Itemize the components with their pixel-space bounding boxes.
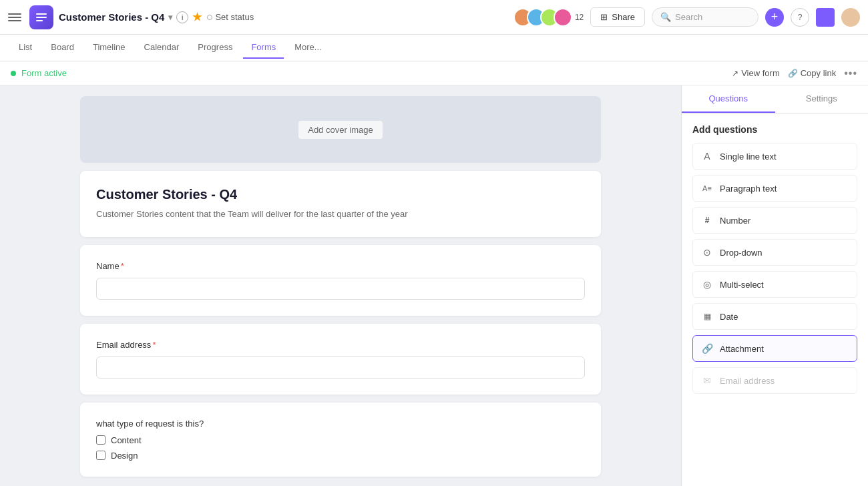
add-button[interactable]: + (765, 8, 784, 27)
single-line-text-icon: A (701, 150, 713, 162)
main-layout: Add cover image Customer Stories - Q4 Cu… (0, 85, 868, 486)
tab-board[interactable]: Board (43, 37, 82, 59)
question-type-drop-down[interactable]: ⊙ Drop-down (692, 239, 857, 266)
form-area: Add cover image Customer Stories - Q4 Cu… (0, 85, 681, 486)
top-nav: Customer Stories - Q4 ▾ i ★ Set status 1… (0, 0, 868, 35)
link-icon: 🔗 (788, 69, 798, 78)
name-field-label: Name * (96, 261, 585, 271)
email-field-label: Email address * (96, 340, 585, 350)
drop-down-icon: ⊙ (701, 246, 713, 258)
name-field-card: Name * (80, 245, 601, 316)
avatar (554, 8, 572, 27)
tab-more[interactable]: More... (286, 37, 329, 59)
add-cover-image-button[interactable]: Add cover image (298, 121, 383, 139)
question-type-email-address[interactable]: ✉ Email address (692, 367, 857, 394)
email-address-icon: ✉ (701, 375, 713, 387)
tab-questions[interactable]: Questions (682, 85, 775, 113)
search-label: Search (675, 12, 702, 22)
external-link-icon: ↗ (732, 69, 738, 78)
panel-tabs: Questions Settings (682, 85, 868, 113)
more-options-icon[interactable]: ••• (844, 67, 857, 79)
checkbox-content[interactable]: Content (96, 435, 585, 445)
search-box[interactable]: 🔍 Search (652, 7, 758, 27)
help-button[interactable]: ? (791, 8, 809, 27)
project-title: Customer Stories - Q4 ▾ i ★ (59, 11, 202, 23)
question-type-attachment[interactable]: 🔗 Attachment (692, 335, 857, 362)
form-title: Customer Stories - Q4 (96, 187, 585, 202)
right-panel: Questions Settings Add questions A Singl… (681, 85, 868, 486)
panel-content: Add questions A Single line text A≡ Para… (682, 113, 868, 410)
paragraph-text-icon: A≡ (701, 182, 713, 194)
form-active-label: Form active (21, 68, 67, 78)
checkbox-design[interactable]: Design (96, 451, 585, 461)
info-icon[interactable]: i (176, 11, 188, 23)
star-icon[interactable]: ★ (192, 11, 202, 23)
set-status-button[interactable]: Set status (207, 12, 254, 22)
status-bar: Form active ↗ View form 🔗 Copy link ••• (0, 61, 868, 85)
tab-timeline[interactable]: Timeline (85, 37, 134, 59)
nav-right: 12 ⊞ Share 🔍 Search + ? (513, 7, 860, 27)
question-type-paragraph-text[interactable]: A≡ Paragraph text (692, 175, 857, 202)
required-star: * (121, 261, 124, 271)
email-field-card: Email address * (80, 324, 601, 395)
request-type-field-card: what type of request is this? Content De… (80, 403, 601, 477)
copy-link-button[interactable]: 🔗 Copy link (788, 68, 836, 78)
tab-bar: List Board Timeline Calendar Progress Fo… (0, 35, 868, 61)
required-star: * (152, 340, 156, 350)
share-icon: ⊞ (600, 12, 608, 22)
multi-select-icon: ◎ (701, 278, 713, 290)
form-description: Customer Stories content that the Team w… (96, 208, 585, 221)
tab-forms[interactable]: Forms (243, 37, 284, 59)
user-avatar[interactable] (841, 8, 860, 27)
cover-area: Add cover image (80, 96, 601, 163)
status-bar-right: ↗ View form 🔗 Copy link ••• (732, 67, 857, 79)
chevron-down-icon[interactable]: ▾ (168, 13, 172, 22)
add-questions-title: Add questions (692, 124, 857, 135)
avatar-count: 12 (575, 13, 584, 22)
status-circle-icon (207, 15, 212, 20)
tab-calendar[interactable]: Calendar (136, 37, 188, 59)
share-button[interactable]: ⊞ Share (590, 7, 645, 27)
notification-button[interactable] (816, 8, 835, 27)
tab-settings[interactable]: Settings (775, 85, 869, 113)
form-title-card: Customer Stories - Q4 Customer Stories c… (80, 171, 601, 237)
number-icon: # (701, 214, 713, 226)
date-icon: ▦ (701, 310, 713, 322)
view-form-link[interactable]: ↗ View form (732, 68, 780, 78)
question-type-multi-select[interactable]: ◎ Multi-select (692, 271, 857, 298)
avatars-group: 12 (513, 8, 584, 27)
checkbox-design-input[interactable] (96, 451, 105, 460)
request-type-label: what type of request is this? (96, 419, 585, 429)
search-icon: 🔍 (660, 12, 671, 22)
question-type-single-line-text[interactable]: A Single line text (692, 143, 857, 170)
tab-list[interactable]: List (11, 37, 40, 59)
attachment-icon: 🔗 (701, 342, 713, 354)
app-icon[interactable] (29, 5, 53, 29)
form-active-dot (11, 71, 16, 76)
checkbox-group: Content Design (96, 435, 585, 461)
checkbox-content-input[interactable] (96, 435, 105, 445)
name-input[interactable] (96, 278, 585, 300)
hamburger-icon[interactable] (8, 11, 21, 24)
question-type-number[interactable]: # Number (692, 207, 857, 234)
question-type-date[interactable]: ▦ Date (692, 303, 857, 330)
email-input[interactable] (96, 356, 585, 379)
tab-progress[interactable]: Progress (190, 37, 240, 59)
